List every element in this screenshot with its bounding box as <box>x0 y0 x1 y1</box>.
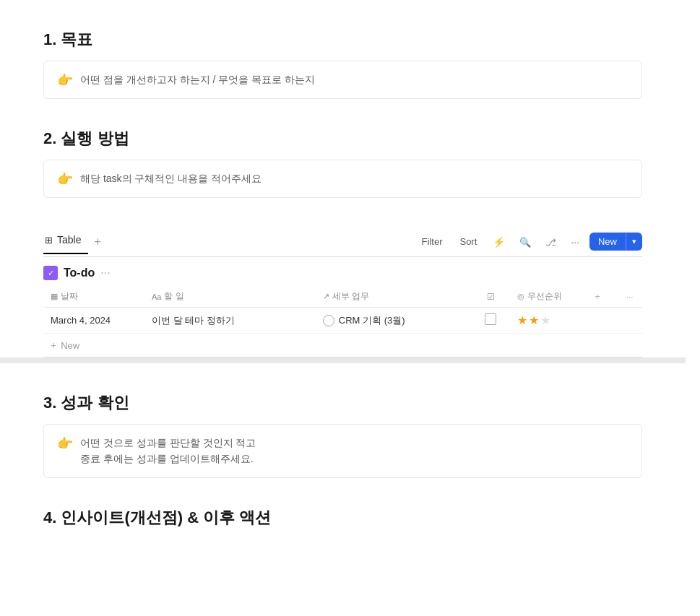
date-value: March 4, 2024 <box>51 315 111 326</box>
section-1: 1. 목표 👉 어떤 점을 개선하고자 하는지 / 무엇을 목표로 하는지 <box>43 29 642 99</box>
subtask-circle-icon <box>323 315 334 326</box>
tab-table-label: Table <box>57 234 81 246</box>
section-2-title: 2. 실행 방법 <box>43 128 642 149</box>
subtask-col-label: 세부 업무 <box>332 290 369 303</box>
check-col-icon: ☑ <box>487 292 495 302</box>
star-2: ★ <box>529 313 539 327</box>
task-col-label: 할 일 <box>164 290 183 303</box>
section-2: 2. 실행 방법 👉 해당 task의 구체적인 내용을 적어주세요 <box>43 128 642 198</box>
branch-button[interactable]: ⎇ <box>541 233 561 251</box>
branch-icon: ⎇ <box>545 237 556 248</box>
cell-check[interactable] <box>471 308 510 334</box>
star-3: ★ <box>540 313 550 327</box>
sort-button[interactable]: Sort <box>454 233 483 250</box>
more-options-button[interactable]: ··· <box>566 233 584 251</box>
new-row-plus-icon: + <box>51 339 56 351</box>
table-tab-icon: ⊞ <box>45 235 53 246</box>
priority-stars: ★ ★ ★ <box>517 313 581 327</box>
section-3: 3. 성과 확인 👉 어떤 것으로 성과를 판단할 것인지 적고 종료 후에는 … <box>43 363 642 478</box>
lightning-button[interactable]: ⚡ <box>488 233 509 251</box>
star-1: ★ <box>517 313 527 327</box>
section-3-callout: 👉 어떤 것으로 성과를 판단할 것인지 적고 종료 후에는 성과를 업데이트해… <box>43 424 642 478</box>
search-button[interactable]: 🔍 <box>515 233 535 251</box>
section-1-callout: 👉 어떤 점을 개선하고자 하는지 / 무엇을 목표로 하는지 <box>43 61 642 99</box>
todo-title: To-do <box>64 266 95 279</box>
section-1-title: 1. 목표 <box>43 29 642 51</box>
priority-col-label: 우선순위 <box>527 290 562 303</box>
new-button-arrow: ▾ <box>626 233 642 250</box>
callout-3-line2: 종료 후에는 성과를 업데이트해주세요. <box>80 453 254 464</box>
tab-add-button[interactable]: + <box>88 231 106 254</box>
cell-task[interactable]: 이번 달 테마 정하기 <box>144 308 316 334</box>
cell-subtask[interactable]: CRM 기획 (3월) <box>316 308 471 334</box>
callout-3-line1: 어떤 것으로 성과를 판단할 것인지 적고 <box>80 437 256 448</box>
cell-add-action <box>588 308 619 334</box>
section-3-title: 3. 성과 확인 <box>43 392 642 414</box>
col-header-task: Aa 할 일 <box>144 286 316 308</box>
todo-table: ▦ 날짜 Aa 할 일 ↗ <box>43 286 642 334</box>
date-col-label: 날짜 <box>61 290 78 303</box>
new-button-label: New <box>589 233 626 251</box>
table-section: ⊞ Table + Filter Sort ⚡ 🔍 ⎇ ··· <box>43 227 642 357</box>
cell-date: March 4, 2024 <box>43 308 144 334</box>
callout-2-text: 해당 task의 구체적인 내용을 적어주세요 <box>80 170 262 186</box>
todo-section: ✓ To-do ··· ▦ 날짜 <box>43 257 642 357</box>
cell-more-action <box>619 308 642 334</box>
filter-button[interactable]: Filter <box>416 233 449 250</box>
new-row-label: New <box>61 340 79 351</box>
col-header-priority: ◎ 우선순위 <box>510 286 588 308</box>
task-col-icon: Aa <box>152 292 161 301</box>
new-button[interactable]: New ▾ <box>589 233 642 251</box>
priority-col-icon: ◎ <box>517 292 524 301</box>
section-divider <box>0 357 686 363</box>
callout-3-text: 어떤 것으로 성과를 판단할 것인지 적고 종료 후에는 성과를 업데이트해주세… <box>80 435 256 467</box>
col-header-check: ☑ <box>471 286 510 308</box>
section-4: 4. 인사이트(개선점) & 이후 액션 <box>43 507 642 529</box>
col-header-subtask: ↗ 세부 업무 <box>316 286 471 308</box>
lightning-icon: ⚡ <box>493 236 505 248</box>
new-row-button[interactable]: + New <box>43 334 642 357</box>
section-2-callout: 👉 해당 task의 구체적인 내용을 적어주세요 <box>43 160 642 198</box>
subtask-col-icon: ↗ <box>323 292 329 301</box>
col-header-add[interactable]: + <box>588 286 619 308</box>
col-header-more[interactable]: ··· <box>619 286 642 308</box>
check-box-icon[interactable] <box>485 313 496 325</box>
section-4-title: 4. 인사이트(개선점) & 이후 액션 <box>43 507 642 529</box>
callout-3-icon: 👉 <box>57 435 73 451</box>
subtask-value: CRM 기획 (3월) <box>339 314 405 327</box>
col-header-date: ▦ 날짜 <box>43 286 144 308</box>
table-toolbar: Filter Sort ⚡ 🔍 ⎇ ··· New ▾ <box>416 227 642 256</box>
todo-header: ✓ To-do ··· <box>43 257 642 286</box>
tab-table[interactable]: ⊞ Table <box>43 230 88 254</box>
search-icon: 🔍 <box>519 237 531 248</box>
task-value: 이번 달 테마 정하기 <box>152 315 235 326</box>
table-header-row: ▦ 날짜 Aa 할 일 ↗ <box>43 286 642 308</box>
todo-icon: ✓ <box>43 266 58 280</box>
callout-1-text: 어떤 점을 개선하고자 하는지 / 무엇을 목표로 하는지 <box>80 71 315 87</box>
table-row: March 4, 2024 이번 달 테마 정하기 CRM 기획 (3월) <box>43 308 642 334</box>
more-icon: ··· <box>571 236 579 248</box>
callout-2-icon: 👉 <box>57 171 73 187</box>
callout-1-icon: 👉 <box>57 72 73 88</box>
date-col-icon: ▦ <box>51 292 58 301</box>
todo-menu-button[interactable]: ··· <box>100 266 110 279</box>
cell-priority[interactable]: ★ ★ ★ <box>510 308 588 334</box>
